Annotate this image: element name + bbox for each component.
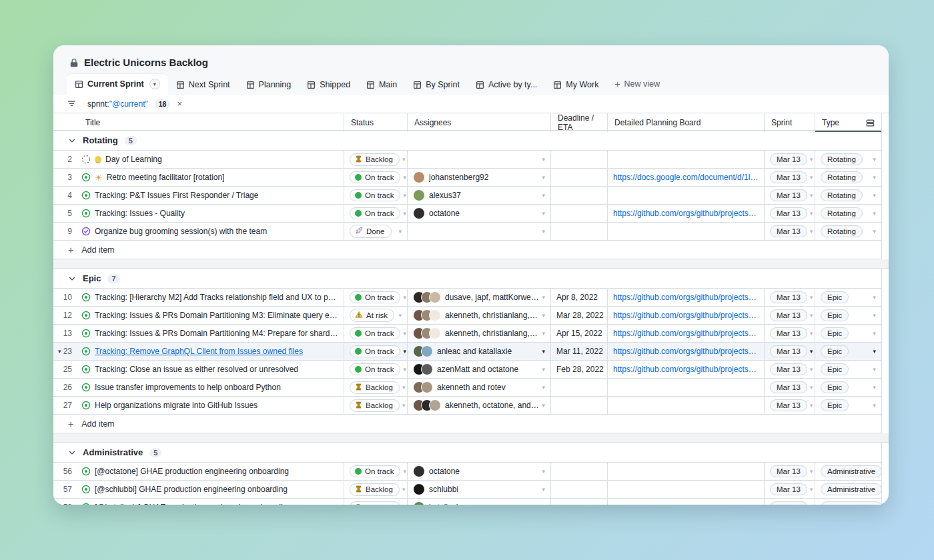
table-row[interactable]: ▾23Tracking: Remove GraphQL Client from …	[53, 343, 881, 361]
deadline-cell[interactable]: Mar 11, 2022	[550, 343, 607, 360]
table-row[interactable]: 13Tracking: Issues & PRs Domain Partitio…	[53, 325, 881, 343]
type-cell[interactable]: Epic▾	[815, 397, 881, 414]
title-cell[interactable]: Tracking: [Hierarchy M2] Add Tracks rela…	[80, 289, 344, 306]
type-cell[interactable]: Epic▾	[815, 379, 881, 396]
type-dropdown-caret-icon[interactable]: ▾	[873, 312, 876, 319]
type-dropdown-caret-icon[interactable]: ▾	[873, 402, 876, 409]
type-dropdown-caret-icon[interactable]: ▾	[873, 366, 876, 373]
type-dropdown-caret-icon[interactable]: ▾	[873, 330, 876, 337]
deadline-cell[interactable]	[550, 481, 607, 498]
status-dropdown-caret-icon[interactable]: ▾	[403, 366, 406, 373]
status-dropdown-caret-icon[interactable]: ▾	[403, 468, 406, 475]
status-cell[interactable]: Backlog▾	[344, 481, 407, 498]
sprint-cell[interactable]: Mar 13▾	[764, 205, 815, 222]
status-dropdown-caret-icon[interactable]: ▾	[403, 294, 406, 301]
deadline-cell[interactable]	[550, 169, 607, 186]
add-item-button[interactable]: +Add item	[53, 241, 881, 259]
status-cell[interactable]: On track▾	[344, 205, 407, 222]
sprint-dropdown-caret-icon[interactable]: ▾	[810, 366, 813, 373]
tab-planning[interactable]: Planning	[238, 75, 300, 95]
status-cell[interactable]: At risk▾	[344, 307, 407, 324]
status-cell[interactable]: On track▾	[344, 289, 407, 306]
new-view-button[interactable]: +New view	[606, 74, 668, 95]
column-header-sprint[interactable]: Sprint	[764, 113, 815, 132]
assignees-cell[interactable]: dusave, japf, mattKorwel, maxbei▾	[407, 289, 550, 306]
table-row[interactable]: 26Issue transfer improvements to help on…	[53, 379, 881, 397]
chevron-down-icon[interactable]	[68, 137, 76, 145]
sprint-dropdown-caret-icon[interactable]: ▾	[810, 192, 813, 199]
assignees-cell[interactable]: ▾	[407, 223, 550, 240]
sprint-cell[interactable]: Mar 13▾	[764, 289, 815, 306]
row-height-icon[interactable]	[866, 119, 875, 127]
status-dropdown-caret-icon[interactable]: ▾	[398, 228, 402, 235]
assignees-cell[interactable]: akenneth, christianlang, evaccarc▾	[407, 307, 550, 324]
title-cell[interactable]: Tracking: P&T Issues First Responder / T…	[80, 187, 344, 204]
table-row[interactable]: 3☀Retro meeting facilitator [rotation]On…	[53, 169, 881, 187]
assignees-cell[interactable]: schlubbi▾	[407, 481, 550, 498]
column-header-status[interactable]: Status	[344, 113, 407, 132]
sprint-cell[interactable]: Mar 13▾	[764, 151, 815, 168]
column-header-detailed-planning-board[interactable]: Detailed Planning Board	[607, 113, 764, 132]
type-cell[interactable]: Epic▾	[815, 289, 881, 306]
type-dropdown-caret-icon[interactable]: ▾	[873, 294, 876, 301]
sprint-dropdown-caret-icon[interactable]: ▾	[810, 156, 813, 163]
title-cell[interactable]: Tracking: Close an issue as either resol…	[80, 361, 344, 378]
sprint-cell[interactable]: Mar 13▾	[764, 463, 815, 480]
assignees-dropdown-caret-icon[interactable]: ▾	[542, 228, 545, 235]
sprint-cell[interactable]: Mar 13▾	[764, 361, 815, 378]
deadline-cell[interactable]	[550, 187, 607, 204]
type-cell[interactable]: Epic▾	[815, 307, 881, 324]
type-dropdown-caret-icon[interactable]: ▾	[873, 228, 876, 235]
table-row[interactable]: 57[@schlubbi] GHAE production engineerin…	[53, 481, 881, 499]
planning-board-cell[interactable]	[607, 499, 764, 505]
table-row[interactable]: 9Organize bug grooming session(s) with t…	[53, 223, 881, 241]
column-header-deadline-eta[interactable]: Deadline / ETA	[550, 113, 607, 132]
sprint-cell[interactable]: Mar 13▾	[764, 307, 815, 324]
add-item-button[interactable]: +Add item	[53, 415, 881, 433]
planning-board-cell[interactable]: https://docs.google.com/document/d/1lmQK…	[607, 169, 764, 186]
planning-board-link[interactable]: https://github.com/orgs/github/projects/…	[613, 365, 759, 374]
assignees-dropdown-caret-icon[interactable]: ▾	[542, 312, 545, 319]
assignees-dropdown-caret-icon[interactable]: ▾	[542, 402, 545, 409]
title-cell[interactable]: [@schlubbi] GHAE production engineering …	[80, 481, 344, 498]
sprint-cell[interactable]: Mar 13▾	[764, 499, 815, 505]
planning-board-link[interactable]: https://docs.google.com/document/d/1lmQK…	[613, 173, 759, 182]
status-dropdown-caret-icon[interactable]: ▾	[398, 312, 402, 319]
assignees-cell[interactable]: akenneth, octatone, and rotev▾	[407, 397, 550, 414]
filter-icon[interactable]	[67, 99, 77, 109]
title-cell[interactable]: [@octatone] GHAE production engineering …	[80, 463, 344, 480]
tab-by-sprint[interactable]: By Sprint	[405, 75, 468, 95]
type-dropdown-caret-icon[interactable]: ▾	[873, 192, 876, 199]
tab-main[interactable]: Main	[358, 75, 405, 95]
type-dropdown-caret-icon[interactable]: ▾	[873, 384, 876, 391]
title-cell[interactable]: [@katallaxie] GHAE production engineerin…	[80, 499, 344, 505]
sprint-cell[interactable]: Mar 13▾	[764, 187, 815, 204]
deadline-cell[interactable]: Apr 15, 2022	[550, 325, 607, 342]
title-cell[interactable]: Organize bug grooming session(s) with th…	[80, 223, 344, 240]
status-dropdown-caret-icon[interactable]: ▾	[403, 504, 406, 505]
status-cell[interactable]: On track▾	[344, 499, 407, 505]
assignees-cell[interactable]: ▾	[407, 151, 550, 168]
type-cell[interactable]: Rotating▾	[815, 151, 881, 168]
title-cell[interactable]: Tracking: Issues & PRs Domain Partitioni…	[80, 325, 344, 342]
type-dropdown-caret-icon[interactable]: ▾	[873, 156, 876, 163]
assignees-dropdown-caret-icon[interactable]: ▾	[542, 210, 545, 217]
type-cell[interactable]: Rotating▾	[815, 223, 881, 240]
planning-board-cell[interactable]: https://github.com/orgs/github/projects/…	[607, 205, 764, 222]
sprint-cell[interactable]: Mar 13▾	[764, 169, 815, 186]
sprint-cell[interactable]: Mar 13▾	[764, 223, 815, 240]
tab-current-sprint[interactable]: Current Sprint▾	[67, 74, 168, 95]
status-dropdown-caret-icon[interactable]: ▾	[403, 210, 406, 217]
status-cell[interactable]: On track▾	[344, 169, 407, 186]
table-row[interactable]: 10Tracking: [Hierarchy M2] Add Tracks re…	[53, 289, 881, 307]
planning-board-cell[interactable]	[607, 223, 764, 240]
planning-board-cell[interactable]	[607, 481, 764, 498]
planning-board-cell[interactable]	[607, 151, 764, 168]
title-cell[interactable]: Tracking: Remove GraphQL Client from Iss…	[80, 343, 344, 360]
deadline-cell[interactable]: Apr 8, 2022	[550, 289, 607, 306]
assignees-dropdown-caret-icon[interactable]: ▾	[542, 174, 545, 181]
sprint-dropdown-caret-icon[interactable]: ▾	[810, 228, 813, 235]
sprint-dropdown-caret-icon[interactable]: ▾	[810, 468, 813, 475]
type-dropdown-caret-icon[interactable]: ▾	[873, 210, 876, 217]
planning-board-cell[interactable]	[607, 397, 764, 414]
